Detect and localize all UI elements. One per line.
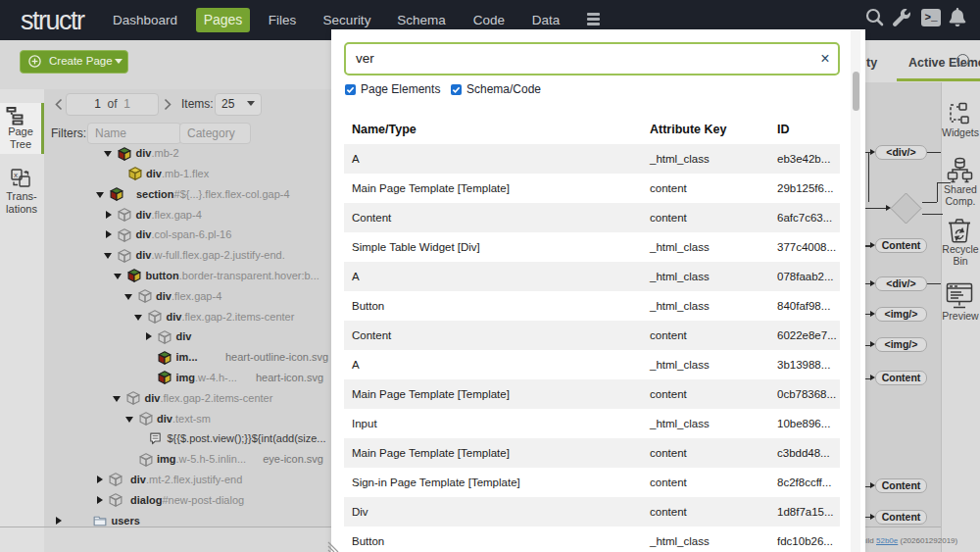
svg-text:x: x [14, 171, 18, 179]
